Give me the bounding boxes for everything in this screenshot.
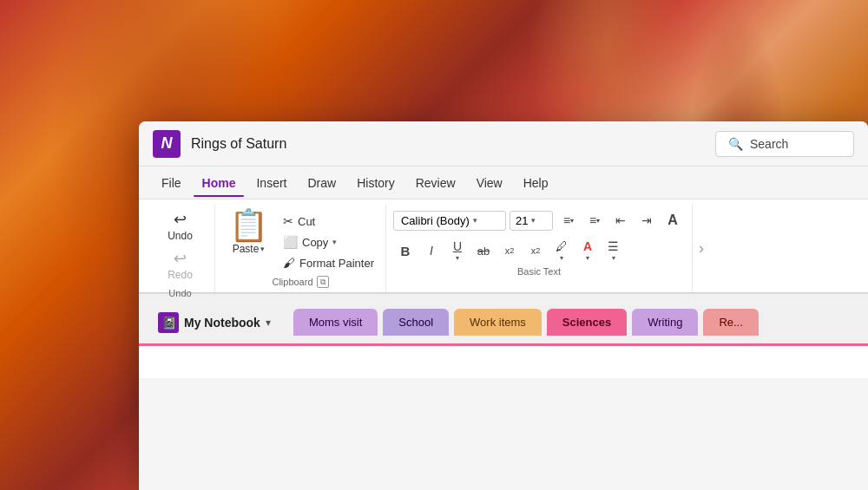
paste-button[interactable]: 📋 xyxy=(222,208,275,243)
paragraph-align-button[interactable]: ☰ ▾ xyxy=(602,238,626,263)
copy-button[interactable]: ⬜ Copy ▾ xyxy=(279,232,378,252)
bullet-list-button[interactable]: ≡▾ xyxy=(556,208,581,232)
search-box[interactable]: 🔍 Search xyxy=(715,131,854,157)
paste-icon: 📋 xyxy=(229,210,268,241)
onenote-logo-letter: N xyxy=(161,134,173,153)
title-bar: N Rings of Saturn 🔍 Search xyxy=(139,121,868,167)
styles-button[interactable]: A xyxy=(661,208,685,232)
underline-button[interactable]: U ▾ xyxy=(445,238,470,263)
font-bottom-row: B I U ▾ ab x2 x2 🖊 xyxy=(393,238,685,263)
section-tab-school[interactable]: School xyxy=(383,309,449,336)
search-label: Search xyxy=(750,137,788,151)
section-tabs: Moms visit School Work items Sciences Wr… xyxy=(293,309,858,336)
format-group-label: Basic Text xyxy=(393,263,685,282)
section-tab-moms[interactable]: Moms visit xyxy=(293,309,378,336)
notebook-chevron-icon: ▾ xyxy=(266,317,271,329)
section-tab-re[interactable]: Re... xyxy=(703,309,758,336)
menu-item-file[interactable]: File xyxy=(153,173,190,193)
format-painter-button[interactable]: 🖌 Format Painter xyxy=(279,253,378,272)
ribbon-overflow[interactable]: › xyxy=(693,205,710,292)
font-color-button[interactable]: A ▾ xyxy=(575,238,600,263)
section-tab-sciences[interactable]: Sciences xyxy=(547,309,627,336)
font-family-arrow: ▾ xyxy=(473,216,477,225)
menu-item-home[interactable]: Home xyxy=(194,173,245,193)
cut-button[interactable]: ✂ Cut xyxy=(279,212,378,231)
menu-item-view[interactable]: View xyxy=(468,173,511,193)
section-tab-work[interactable]: Work items xyxy=(454,309,542,336)
notebook-selector[interactable]: 📓 My Notebook ▾ xyxy=(149,307,279,338)
undo-label: Undo xyxy=(168,230,193,242)
copy-dropdown-arrow: ▾ xyxy=(332,238,337,246)
paste-dropdown[interactable]: Paste ▾ xyxy=(233,243,266,255)
redo-label: Redo xyxy=(168,269,193,281)
clipboard-group-label: Clipboard ⧉ xyxy=(222,272,378,293)
font-top-row: Calibri (Body) ▾ 21 ▾ ≡▾ ≡▾ xyxy=(393,208,685,236)
search-icon: 🔍 xyxy=(728,137,743,151)
menu-item-draw[interactable]: Draw xyxy=(299,173,345,193)
format-group: Calibri (Body) ▾ 21 ▾ ≡▾ ≡▾ xyxy=(386,205,693,292)
menu-item-review[interactable]: Review xyxy=(407,173,464,193)
menu-bar: File Home Insert Draw History Review Vie… xyxy=(139,167,868,199)
paste-dropdown-arrow: ▾ xyxy=(260,245,265,253)
content-area[interactable] xyxy=(139,343,868,378)
notebook-icon: 📓 xyxy=(158,312,179,333)
menu-item-help[interactable]: Help xyxy=(515,173,557,193)
format-painter-icon: 🖌 xyxy=(283,256,295,270)
undo-group: ↩ Undo ↪ Redo Undo xyxy=(146,205,215,292)
copy-icon: ⬜ xyxy=(283,235,298,249)
strikethrough-button[interactable]: ab xyxy=(471,238,496,263)
superscript-button[interactable]: x2 xyxy=(523,238,548,263)
clipboard-expander[interactable]: ⧉ xyxy=(317,276,329,288)
paste-label: Paste xyxy=(233,243,260,255)
copy-label: Copy xyxy=(302,236,328,249)
undo-button[interactable]: ↩ Undo xyxy=(159,208,202,245)
indent-decrease-button[interactable]: ⇤ xyxy=(608,208,633,232)
clipboard-right: ✂ Cut ⬜ Copy ▾ 🖌 Format Painter xyxy=(279,208,378,272)
undo-group-label: Undo xyxy=(153,284,207,304)
menu-item-insert[interactable]: Insert xyxy=(247,173,295,193)
notebook-bar: 📓 My Notebook ▾ Moms visit School Work i… xyxy=(139,293,868,343)
redo-icon: ↪ xyxy=(174,251,187,266)
onenote-logo: N xyxy=(153,130,181,158)
font-family-selector[interactable]: Calibri (Body) ▾ xyxy=(393,211,506,231)
section-tab-writing[interactable]: Writing xyxy=(632,309,698,336)
subscript-button[interactable]: x2 xyxy=(497,238,522,263)
font-family-value: Calibri (Body) xyxy=(401,214,470,227)
font-size-value: 21 xyxy=(516,214,528,227)
numbered-list-button[interactable]: ≡▾ xyxy=(582,208,607,232)
menu-item-history[interactable]: History xyxy=(348,173,404,193)
format-painter-label: Format Painter xyxy=(299,257,374,270)
undo-icon: ↩ xyxy=(174,212,187,227)
cut-icon: ✂ xyxy=(283,214,293,228)
onenote-window: N Rings of Saturn 🔍 Search File Home Ins… xyxy=(139,121,868,490)
ribbon: ↩ Undo ↪ Redo Undo 📋 xyxy=(139,199,868,293)
font-size-selector[interactable]: 21 ▾ xyxy=(510,211,553,231)
font-size-arrow: ▾ xyxy=(531,216,536,225)
notebook-name: My Notebook xyxy=(184,316,260,330)
cut-label: Cut xyxy=(298,215,315,228)
clipboard-group: 📋 Paste ▾ ✂ Cut ⬜ Copy xyxy=(215,205,386,292)
redo-button[interactable]: ↪ Redo xyxy=(159,247,202,284)
bold-button[interactable]: B xyxy=(393,238,418,263)
highlight-button[interactable]: 🖊 ▾ xyxy=(549,238,574,263)
indent-increase-button[interactable]: ⇥ xyxy=(635,208,659,232)
italic-button[interactable]: I xyxy=(419,238,444,263)
list-buttons: ≡▾ ≡▾ ⇤ ⇥ A xyxy=(556,208,685,232)
app-title: Rings of Saturn xyxy=(191,136,715,152)
